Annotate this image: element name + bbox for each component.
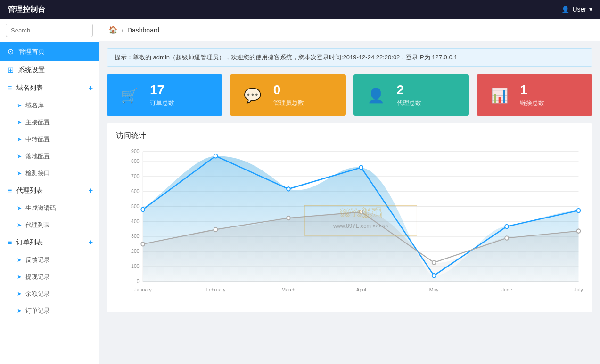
sidebar-item-settings-label: 系统设置 xyxy=(18,66,45,74)
sidebar-sub-余额记录[interactable]: ➤ 余额记录 xyxy=(0,285,99,302)
dot-s2-2 xyxy=(287,216,290,220)
dot-s1-4 xyxy=(432,274,436,278)
arrow-icon: ➤ xyxy=(17,170,22,177)
arrow-icon: ➤ xyxy=(17,274,22,280)
arrow-icon: ➤ xyxy=(17,257,22,263)
dot-s2-6 xyxy=(577,229,581,233)
topbar: 管理控制台 👤 User ▾ xyxy=(0,0,600,19)
settings-icon: ⊞ xyxy=(8,65,14,74)
agent-add-btn[interactable]: + xyxy=(89,186,93,195)
stat-label-links: 链接总数 xyxy=(520,99,583,107)
x-label-may: May xyxy=(429,287,439,293)
topbar-user[interactable]: 👤 User ▾ xyxy=(561,6,592,13)
sidebar-item-settings[interactable]: ⊞ 系统设置 xyxy=(0,61,99,79)
arrow-icon: ➤ xyxy=(17,102,22,109)
sidebar-item-home[interactable]: ⊙ 管理首页 xyxy=(0,42,99,61)
sidebar-sub-中转配置[interactable]: ➤ 中转配置 xyxy=(0,131,99,148)
stat-info-links: 1 链接总数 xyxy=(520,83,583,108)
svg-text:300: 300 xyxy=(131,233,139,239)
stat-info-agents: 2 代理总数 xyxy=(397,83,460,108)
chart-icon: 📊 xyxy=(486,82,512,108)
sidebar-sub-主接配置[interactable]: ➤ 主接配置 xyxy=(0,114,99,131)
sidebar-sub-domain-库[interactable]: ➤ 域名库 xyxy=(0,97,99,114)
home-icon: ⊙ xyxy=(8,47,14,56)
arrow-icon: ➤ xyxy=(17,136,22,143)
dot-s1-3 xyxy=(359,165,363,170)
main-content: 🏠 / Dashboard 提示：尊敬的 admin（超级帅逼管理员），欢迎您的… xyxy=(99,19,600,364)
dot-s2-0 xyxy=(141,242,145,246)
sidebar-item-agent-list[interactable]: ≡ 代理列表 + xyxy=(0,182,99,200)
sidebar-item-home-label: 管理首页 xyxy=(18,48,45,56)
svg-text:600: 600 xyxy=(131,188,139,194)
agent-list-icon: ≡ xyxy=(8,186,12,195)
x-label-apr: April xyxy=(356,287,366,293)
notice-text: 提示：尊敬的 admin（超级帅逼管理员），欢迎您的使用捷客系统，您本次登录时间… xyxy=(115,54,457,61)
stat-number-agents: 2 xyxy=(397,83,460,97)
search-input[interactable] xyxy=(6,24,93,37)
layout: ⊙ 管理首页 ⊞ 系统设置 ≡ 域名列表 + ➤ 域名库 ➤ 主接配置 ➤ 中转… xyxy=(0,19,600,364)
chart-section: 访问统计 xyxy=(107,123,592,312)
sidebar-sub-提现记录[interactable]: ➤ 提现记录 xyxy=(0,268,99,285)
domain-list-icon: ≡ xyxy=(8,84,12,92)
chart-title: 访问统计 xyxy=(116,131,583,141)
svg-text:0: 0 xyxy=(137,278,140,284)
svg-text:400: 400 xyxy=(131,218,139,224)
stat-card-agents: 👤 2 代理总数 xyxy=(353,74,469,116)
svg-text:700: 700 xyxy=(131,173,139,179)
stat-card-links: 📊 1 链接总数 xyxy=(477,74,592,116)
stat-card-orders: 🛒 17 订单总数 xyxy=(107,74,222,116)
domain-add-btn[interactable]: + xyxy=(89,84,93,92)
topbar-title: 管理控制台 xyxy=(8,5,45,15)
sidebar: ⊙ 管理首页 ⊞ 系统设置 ≡ 域名列表 + ➤ 域名库 ➤ 主接配置 ➤ 中转… xyxy=(0,19,99,364)
arrow-icon: ➤ xyxy=(17,222,22,228)
stat-number-admins: 0 xyxy=(273,83,337,97)
watermark-url: www.89YE.com ××××× xyxy=(333,223,388,230)
stats-row: 🛒 17 订单总数 💬 0 管理员总数 👤 2 代理总数 xyxy=(107,74,592,116)
order-list-icon: ≡ xyxy=(8,238,12,247)
chat-icon: 💬 xyxy=(239,82,266,108)
dot-s1-0 xyxy=(141,208,145,212)
dot-s1-6 xyxy=(577,209,581,213)
svg-text:900: 900 xyxy=(131,148,139,154)
breadcrumb: 🏠 / Dashboard xyxy=(99,19,600,41)
stat-card-admins: 💬 0 管理员总数 xyxy=(230,74,346,116)
breadcrumb-separator: / xyxy=(122,26,123,34)
arrow-icon: ➤ xyxy=(17,119,22,126)
x-label-jul: July xyxy=(574,287,583,293)
arrow-icon: ➤ xyxy=(17,307,22,314)
sidebar-item-domain-label: 域名列表 xyxy=(16,84,43,92)
dot-s2-1 xyxy=(214,227,218,232)
breadcrumb-current: Dashboard xyxy=(127,26,160,34)
order-add-btn[interactable]: + xyxy=(89,238,93,247)
sidebar-sub-检测接口[interactable]: ➤ 检测接口 xyxy=(0,165,99,182)
sidebar-item-agent-label: 代理列表 xyxy=(16,186,43,195)
sidebar-sub-订单记录[interactable]: ➤ 订单记录 xyxy=(0,302,99,319)
sidebar-sub-反馈记录[interactable]: ➤ 反馈记录 xyxy=(0,251,99,268)
arrow-icon: ➤ xyxy=(17,291,22,297)
stat-info-orders: 17 订单总数 xyxy=(150,83,213,108)
stat-label-agents: 代理总数 xyxy=(397,99,460,107)
stat-number-links: 1 xyxy=(520,83,583,97)
sidebar-item-order-list[interactable]: ≡ 订单列表 + xyxy=(0,234,99,251)
user-icon: 👤 xyxy=(561,6,569,13)
dot-s2-4 xyxy=(432,260,436,265)
sidebar-item-domain-list[interactable]: ≡ 域名列表 + xyxy=(0,79,99,97)
watermark-text: 89Ye源码 xyxy=(340,207,382,219)
svg-text:800: 800 xyxy=(131,158,139,164)
sidebar-search-container xyxy=(0,19,99,42)
svg-text:100: 100 xyxy=(131,263,139,269)
cart-icon: 🛒 xyxy=(116,82,142,108)
notice-bar: 提示：尊敬的 admin（超级帅逼管理员），欢迎您的使用捷客系统，您本次登录时间… xyxy=(107,48,592,67)
arrow-icon: ➤ xyxy=(17,205,22,211)
dot-s1-2 xyxy=(287,187,290,191)
sidebar-sub-代理列表[interactable]: ➤ 代理列表 xyxy=(0,217,99,234)
stat-label-orders: 订单总数 xyxy=(150,99,213,107)
sidebar-item-order-label: 订单列表 xyxy=(16,238,43,247)
sidebar-sub-落地配置[interactable]: ➤ 落地配置 xyxy=(0,148,99,165)
svg-text:500: 500 xyxy=(131,203,139,209)
svg-text:200: 200 xyxy=(131,248,139,254)
sidebar-sub-生成邀请码[interactable]: ➤ 生成邀请码 xyxy=(0,200,99,217)
dot-s1-1 xyxy=(214,154,218,158)
chart-container: 0 100 200 300 400 500 600 700 800 900 xyxy=(116,146,583,307)
arrow-icon: ➤ xyxy=(17,153,22,160)
